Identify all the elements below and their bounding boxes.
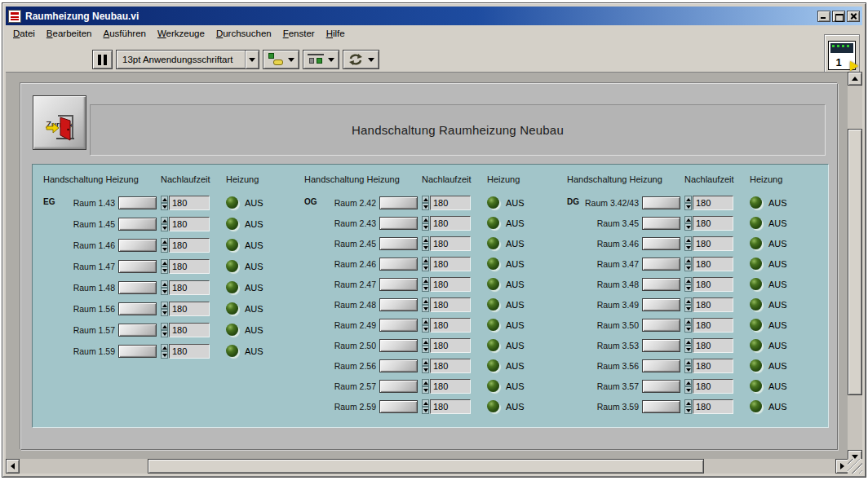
nachlaufzeit-value[interactable]: 180: [693, 338, 733, 353]
reorder-dropdown[interactable]: [343, 50, 379, 69]
menu-durchsuchen[interactable]: Durchsuchen: [210, 28, 277, 39]
nachlaufzeit-spinner[interactable]: [684, 318, 692, 333]
spinner-down-icon[interactable]: [422, 386, 429, 394]
spinner-up-icon[interactable]: [422, 359, 429, 366]
menu-werkzeuge[interactable]: Werkzeuge: [152, 28, 210, 39]
spinner-down-icon[interactable]: [161, 203, 168, 210]
spinner-up-icon[interactable]: [684, 257, 692, 264]
spinner-down-icon[interactable]: [161, 224, 168, 231]
back-button[interactable]: Zurück: [33, 95, 86, 150]
spinner-up-icon[interactable]: [161, 238, 168, 245]
spinner-down-icon[interactable]: [422, 264, 429, 271]
spinner-up-icon[interactable]: [684, 318, 692, 325]
hand-switch-button[interactable]: [379, 196, 418, 209]
spinner-up-icon[interactable]: [422, 257, 429, 264]
spinner-up-icon[interactable]: [422, 216, 429, 223]
nachlaufzeit-spinner[interactable]: [684, 359, 692, 373]
spinner-down-icon[interactable]: [422, 284, 429, 292]
hand-switch-button[interactable]: [642, 196, 680, 209]
nachlaufzeit-value[interactable]: 180: [169, 238, 210, 253]
nachlaufzeit-spinner[interactable]: [161, 323, 168, 337]
spinner-down-icon[interactable]: [422, 407, 429, 414]
nachlaufzeit-value[interactable]: 180: [430, 379, 471, 394]
hand-switch-button[interactable]: [379, 278, 418, 291]
spinner-down-icon[interactable]: [684, 203, 692, 210]
spinner-down-icon[interactable]: [684, 407, 692, 414]
nachlaufzeit-spinner[interactable]: [684, 277, 692, 292]
nachlaufzeit-spinner[interactable]: [161, 302, 168, 316]
nachlaufzeit-spinner[interactable]: [422, 379, 429, 394]
nachlaufzeit-value[interactable]: 180: [693, 196, 733, 210]
spinner-down-icon[interactable]: [422, 203, 429, 210]
nachlaufzeit-value[interactable]: 180: [430, 196, 471, 210]
nachlaufzeit-value[interactable]: 180: [430, 318, 471, 333]
spinner-up-icon[interactable]: [161, 344, 168, 351]
nachlaufzeit-spinner[interactable]: [422, 277, 429, 292]
spinner-down-icon[interactable]: [684, 366, 692, 373]
spinner-down-icon[interactable]: [161, 330, 168, 337]
spinner-down-icon[interactable]: [161, 351, 168, 359]
hand-switch-button[interactable]: [642, 359, 680, 372]
hand-switch-button[interactable]: [379, 298, 418, 311]
nachlaufzeit-value[interactable]: 180: [169, 196, 210, 210]
spinner-up-icon[interactable]: [422, 277, 429, 284]
nachlaufzeit-spinner[interactable]: [161, 238, 168, 253]
chevron-down-icon[interactable]: [245, 51, 259, 68]
nachlaufzeit-value[interactable]: 180: [169, 280, 210, 295]
spinner-up-icon[interactable]: [161, 323, 168, 330]
spinner-up-icon[interactable]: [422, 318, 429, 325]
hand-switch-button[interactable]: [379, 400, 418, 413]
nachlaufzeit-value[interactable]: 180: [430, 277, 471, 292]
spinner-down-icon[interactable]: [684, 325, 692, 333]
nachlaufzeit-spinner[interactable]: [161, 259, 168, 274]
nachlaufzeit-spinner[interactable]: [422, 257, 429, 271]
nachlaufzeit-value[interactable]: 180: [430, 399, 471, 414]
nachlaufzeit-value[interactable]: 180: [169, 323, 210, 337]
vertical-scroll-thumb[interactable]: [848, 129, 862, 395]
scroll-left-icon[interactable]: [6, 459, 20, 474]
spinner-down-icon[interactable]: [684, 386, 692, 394]
hand-switch-button[interactable]: [379, 359, 418, 372]
nachlaufzeit-spinner[interactable]: [684, 338, 692, 353]
spinner-down-icon[interactable]: [161, 288, 168, 295]
spinner-up-icon[interactable]: [422, 297, 429, 305]
hand-switch-button[interactable]: [118, 324, 157, 337]
spinner-up-icon[interactable]: [684, 216, 692, 223]
spinner-up-icon[interactable]: [422, 196, 429, 203]
hand-switch-button[interactable]: [642, 339, 680, 352]
nachlaufzeit-spinner[interactable]: [684, 236, 692, 251]
spinner-up-icon[interactable]: [161, 217, 168, 224]
spinner-up-icon[interactable]: [422, 236, 429, 244]
menu-ausfuehren[interactable]: Ausführen: [98, 28, 152, 39]
nachlaufzeit-value[interactable]: 180: [169, 217, 210, 231]
nachlaufzeit-value[interactable]: 180: [693, 277, 733, 292]
font-selector[interactable]: 13pt Anwendungsschriftart: [116, 50, 259, 69]
nachlaufzeit-value[interactable]: 180: [430, 297, 471, 312]
spinner-down-icon[interactable]: [422, 325, 429, 333]
hand-switch-button[interactable]: [118, 239, 157, 252]
menu-bearbeiten[interactable]: Bearbeiten: [41, 28, 98, 39]
spinner-up-icon[interactable]: [684, 236, 692, 244]
nachlaufzeit-value[interactable]: 180: [430, 216, 471, 231]
nachlaufzeit-value[interactable]: 180: [430, 359, 471, 373]
menu-hilfe[interactable]: Hilfe: [321, 28, 351, 39]
nachlaufzeit-value[interactable]: 180: [169, 344, 210, 359]
nachlaufzeit-value[interactable]: 180: [693, 359, 733, 373]
horizontal-scroll-thumb[interactable]: [148, 459, 704, 474]
spinner-up-icon[interactable]: [422, 379, 429, 386]
spinner-up-icon[interactable]: [684, 297, 692, 305]
nachlaufzeit-value[interactable]: 180: [693, 297, 733, 312]
hand-switch-button[interactable]: [118, 281, 157, 294]
spinner-down-icon[interactable]: [684, 244, 692, 251]
hand-switch-button[interactable]: [642, 400, 680, 413]
hand-switch-button[interactable]: [379, 217, 418, 230]
spinner-up-icon[interactable]: [161, 259, 168, 267]
hand-switch-button[interactable]: [642, 237, 680, 250]
hand-switch-button[interactable]: [642, 278, 680, 291]
spinner-down-icon[interactable]: [684, 284, 692, 292]
nachlaufzeit-spinner[interactable]: [684, 399, 692, 414]
spinner-up-icon[interactable]: [684, 277, 692, 284]
spinner-down-icon[interactable]: [422, 223, 429, 231]
nachlaufzeit-value[interactable]: 180: [693, 318, 733, 333]
minimize-button[interactable]: [817, 11, 830, 22]
